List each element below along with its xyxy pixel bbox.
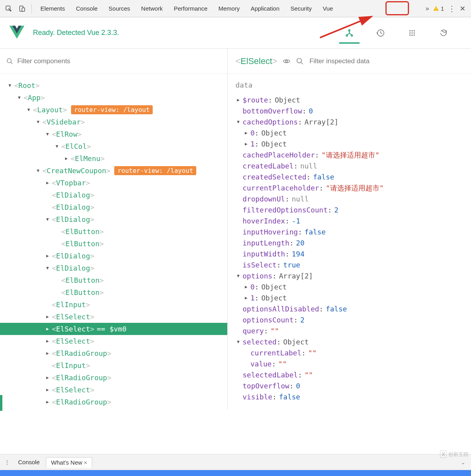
tree-node-elradiogroup[interactable]: ▶<ElRadioGroup> (0, 347, 227, 359)
selected-component-bar: <ElSelect> (228, 49, 471, 74)
vue-logo-icon (9, 26, 24, 40)
tree-node-elselect[interactable]: ▶<ElSelect> (0, 311, 227, 323)
drawer-menu-icon[interactable]: ⋮ (2, 459, 12, 465)
data-row-selectedLabel[interactable]: selectedLabel: "" (236, 370, 463, 381)
refresh-icon[interactable] (433, 23, 454, 43)
filter-data-input[interactable] (309, 57, 463, 65)
tree-node-elselect[interactable]: ▶<ElSelect> (0, 335, 227, 347)
data-row-hoverIndex[interactable]: hoverIndex: -1 (236, 216, 463, 227)
tree-node-eldatepicker[interactable]: ▶<ElDatePicker> (0, 408, 227, 410)
tree-node-elbutton[interactable]: <ElButton> (0, 286, 227, 298)
data-row-currentLabel[interactable]: currentLabel: "" (236, 348, 463, 359)
data-row-0[interactable]: ▶0: Object (236, 282, 463, 293)
selection-indicator (0, 395, 2, 411)
vue-status-text: Ready. Detected Vue 2.3.3. (33, 29, 119, 37)
devtools-tab-network[interactable]: Network (136, 0, 168, 17)
tree-node-elradiogroup[interactable]: ▶<ElRadioGroup> (0, 372, 227, 384)
eye-icon[interactable] (283, 57, 290, 65)
data-row-selected[interactable]: ▼selected: Object (236, 337, 463, 348)
tree-node-elselect[interactable]: ▶<ElSelect> == $vm0 (0, 323, 227, 335)
data-row-isSelect[interactable]: isSelect: true (236, 260, 463, 271)
tree-node-eldialog[interactable]: ▼<ElDialog> (0, 262, 227, 274)
tree-node-eldialog[interactable]: ▼<ElDialog> (0, 213, 227, 225)
kebab-menu-icon[interactable]: ⋮ (448, 4, 456, 13)
svg-point-17 (411, 34, 413, 36)
devtools-tab-application[interactable]: Application (245, 0, 285, 17)
data-row-createdSelected[interactable]: createdSelected: false (236, 172, 463, 183)
close-tab-icon[interactable]: × (84, 459, 88, 466)
data-row-filteredOptionsCount[interactable]: filteredOptionsCount: 2 (236, 205, 463, 216)
data-row-query[interactable]: query: "" (236, 326, 463, 337)
data-row-options[interactable]: ▼options: Array[2] (236, 271, 463, 282)
warning-indicator[interactable]: 1 (433, 5, 444, 12)
tree-node-root[interactable]: ▼<Root> (0, 79, 227, 92)
drawer-tab-console[interactable]: Console (13, 457, 44, 467)
tree-node-elbutton[interactable]: <ElButton> (0, 274, 227, 286)
devtools-tab-console[interactable]: Console (71, 0, 103, 17)
devtools-tabbar: ElementsConsoleSourcesNetworkPerformance… (0, 0, 471, 17)
tree-node-elbutton[interactable]: <ElButton> (0, 225, 227, 238)
component-tree[interactable]: ▼<Root>▼<App>▼<Layout>router-view: /layo… (0, 74, 227, 410)
data-row-dropdownUl[interactable]: dropdownUl: null (236, 194, 463, 205)
data-row-topOverflow[interactable]: topOverflow: 0 (236, 381, 463, 392)
collapse-drawer-icon[interactable]: ⌄ (461, 459, 466, 465)
data-row-1[interactable]: ▶1: Object (236, 293, 463, 304)
data-row-optionsCount[interactable]: optionsCount: 2 (236, 315, 463, 326)
data-row-value[interactable]: value: "" (236, 359, 463, 370)
data-row-cachedOptions[interactable]: ▼cachedOptions: Array[2] (236, 117, 463, 128)
data-row-$route[interactable]: ▶$route: Object (236, 95, 463, 106)
svg-rect-4 (436, 9, 436, 10)
tree-node-vsidebar[interactable]: ▼<VSidebar> (0, 116, 227, 128)
watermark: X创新互联 (440, 450, 469, 458)
tree-node-elinput[interactable]: <ElInput> (0, 298, 227, 311)
svg-point-12 (414, 30, 415, 31)
tree-node-vtopbar[interactable]: ▶<VTopbar> (0, 177, 227, 189)
inspect-icon[interactable] (2, 2, 15, 15)
data-row-bottomOverflow[interactable]: bottomOverflow: 0 (236, 106, 463, 117)
tree-node-elbutton[interactable]: <ElButton> (0, 238, 227, 250)
tree-node-elcol[interactable]: ▼<ElCol> (0, 140, 227, 152)
history-tab-icon[interactable] (371, 23, 391, 43)
devtools-tab-vue[interactable]: Vue (317, 0, 338, 17)
close-devtools-icon[interactable]: ✕ (460, 4, 466, 13)
tree-node-layout[interactable]: ▼<Layout>router-view: /layout (0, 104, 227, 116)
svg-point-10 (409, 30, 411, 31)
data-row-1[interactable]: ▶1: Object (236, 139, 463, 150)
devtools-tab-sources[interactable]: Sources (103, 0, 136, 17)
devtools-tab-security[interactable]: Security (285, 0, 317, 17)
tree-node-eldialog[interactable]: ▶<ElDialog> (0, 250, 227, 262)
data-row-visible[interactable]: visible: false (236, 392, 463, 403)
tree-node-elmenu[interactable]: ▶<ElMenu> (0, 152, 227, 165)
devtools-tab-performance[interactable]: Performance (168, 0, 213, 17)
selected-component-name: <ElSelect> (236, 56, 277, 66)
tree-node-elinput[interactable]: <ElInput> (0, 359, 227, 372)
data-row-inputLength[interactable]: inputLength: 20 (236, 238, 463, 249)
data-panel[interactable]: data ▶$route: ObjectbottomOverflow: 0▼ca… (228, 74, 471, 410)
data-row-inputWidth[interactable]: inputWidth: 194 (236, 249, 463, 260)
components-tab-icon[interactable] (339, 23, 360, 44)
tree-node-elrow[interactable]: ▼<ElRow> (0, 128, 227, 140)
overflow-icon[interactable]: » (425, 5, 429, 12)
tree-node-eldialog[interactable]: <ElDialog> (0, 201, 227, 213)
devtools-tab-elements[interactable]: Elements (35, 0, 71, 17)
filter-components-input[interactable] (17, 57, 221, 65)
svg-point-18 (414, 34, 415, 36)
data-row-createdLabel[interactable]: createdLabel: null (236, 161, 463, 172)
tree-node-app[interactable]: ▼<App> (0, 92, 227, 104)
devtools-drawer: ⋮ Console What's New× ⌄ (0, 454, 471, 476)
tree-node-elselect[interactable]: ▶<ElSelect> (0, 384, 227, 396)
data-row-inputHovering[interactable]: inputHovering: false (236, 227, 463, 238)
svg-rect-3 (436, 7, 436, 9)
data-row-cachedPlaceHolder[interactable]: cachedPlaceHolder: "请选择适用超市" (236, 150, 463, 161)
drawer-tab-whatsnew[interactable]: What's New× (46, 457, 92, 468)
tree-node-eldialog[interactable]: <ElDialog> (0, 189, 227, 201)
data-row-0[interactable]: ▶0: Object (236, 128, 463, 139)
device-toggle-icon[interactable] (16, 2, 28, 15)
data-row-optionsAllDisabled[interactable]: optionsAllDisabled: false (236, 304, 463, 315)
tree-node-elradiogroup[interactable]: ▶<ElRadioGroup> (0, 396, 227, 408)
tree-node-creatnewcoupon[interactable]: ▼<CreatNewCoupon>router-view: /layout (0, 165, 227, 177)
data-row-currentPlaceholder[interactable]: currentPlaceholder: "请选择适用超市" (236, 183, 463, 194)
devtools-tab-memory[interactable]: Memory (213, 0, 245, 17)
vuex-tab-icon[interactable] (402, 23, 422, 43)
svg-point-13 (409, 32, 411, 34)
